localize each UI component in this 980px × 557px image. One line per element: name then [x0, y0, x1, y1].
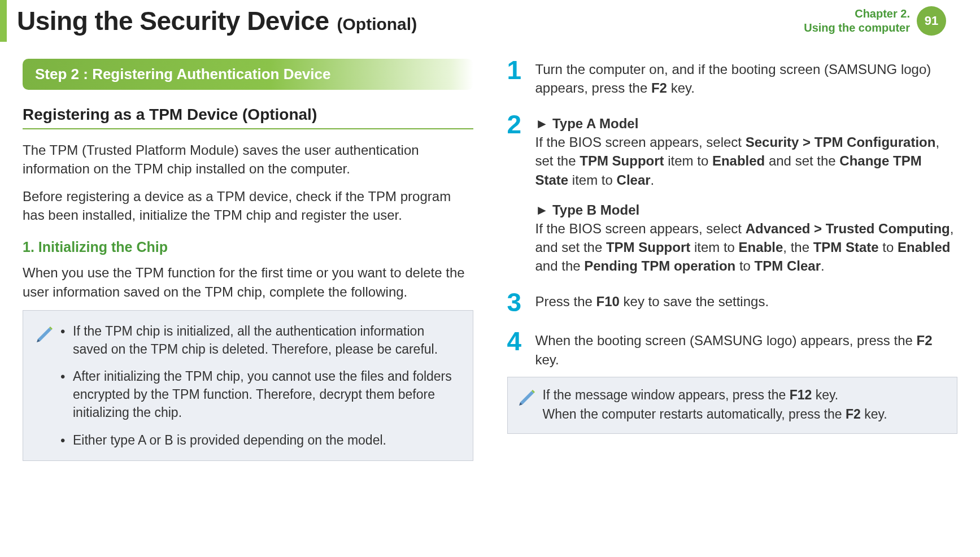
- paragraph: The TPM (Trusted Platform Module) saves …: [23, 141, 473, 178]
- step-text: .: [821, 258, 825, 273]
- bold-term: Enabled: [898, 240, 950, 255]
- key-label: F2: [651, 80, 667, 95]
- model-label: ► Type B Model: [535, 201, 958, 219]
- info-text: If the message window appears, press the: [543, 388, 790, 402]
- step-text: Turn the computer on, and if the booting…: [535, 62, 931, 95]
- step-text: and set the: [765, 153, 839, 168]
- step-text: .: [651, 172, 655, 188]
- note-item: Either type A or B is provided depending…: [60, 431, 458, 449]
- info-line: If the message window appears, press the…: [543, 385, 887, 405]
- step-text: If the BIOS screen appears, select: [535, 221, 746, 236]
- step-text: to: [735, 258, 754, 273]
- page-number: 91: [925, 14, 938, 28]
- step-1: 1 Turn the computer on, and if the booti…: [507, 59, 958, 97]
- step-text: key to save the settings.: [620, 294, 769, 309]
- step-body: When the booting screen (SAMSUNG logo) a…: [535, 330, 958, 368]
- note-icon: [36, 324, 56, 449]
- info-line: When the computer restarts automatically…: [543, 404, 887, 424]
- step-text: item to: [664, 153, 712, 168]
- step-text: key.: [535, 352, 559, 367]
- step-number: 3: [507, 291, 535, 314]
- step-text: item to: [568, 172, 616, 188]
- right-column: 1 Turn the computer on, and if the booti…: [507, 59, 958, 461]
- content-columns: Step 2 : Registering Authentication Devi…: [0, 59, 980, 461]
- step-3: 3 Press the F10 key to save the settings…: [507, 291, 958, 314]
- info-text: When the computer restarts automatically…: [543, 407, 846, 421]
- bold-term: TPM State: [813, 240, 879, 255]
- step-number: 1: [507, 59, 535, 97]
- step-4: 4 When the booting screen (SAMSUNG logo)…: [507, 330, 958, 368]
- bold-term: TPM Clear: [755, 258, 821, 273]
- info-body: If the message window appears, press the…: [543, 385, 887, 424]
- step-text: When the booting screen (SAMSUNG logo) a…: [535, 333, 917, 348]
- paragraph: Before registering a device as a TPM dev…: [23, 187, 473, 224]
- subsection-heading: 1. Initializing the Chip: [23, 239, 473, 255]
- page-header: Using the Security Device (Optional) Cha…: [0, 0, 980, 42]
- step-body: Press the F10 key to save the settings.: [535, 291, 958, 314]
- step-text: and the: [535, 258, 585, 273]
- key-label: F12: [790, 388, 812, 402]
- page-title: Using the Security Device: [17, 6, 329, 36]
- bold-term: Enabled: [712, 153, 765, 168]
- page-number-badge: 91: [917, 6, 946, 36]
- bold-term: Pending TPM operation: [584, 258, 735, 273]
- page-title-optional: (Optional): [337, 15, 417, 36]
- step-text: key.: [667, 80, 695, 95]
- left-column: Step 2 : Registering Authentication Devi…: [23, 59, 473, 461]
- step-body: ► Type A Model If the BIOS screen appear…: [535, 113, 958, 275]
- section-heading: Registering as a TPM Device (Optional): [23, 106, 473, 129]
- model-label: ► Type A Model: [535, 114, 958, 133]
- info-box: If the message window appears, press the…: [507, 377, 958, 434]
- bold-term: Enable: [739, 240, 783, 255]
- bold-term: TPM Support: [580, 153, 664, 168]
- step-number: 2: [507, 113, 535, 275]
- step-text: to: [879, 240, 898, 255]
- header-right: Chapter 2. Using the computer 91: [804, 6, 946, 36]
- type-b-block: ► Type B Model If the BIOS screen appear…: [535, 201, 958, 275]
- step-2: 2 ► Type A Model If the BIOS screen appe…: [507, 113, 958, 275]
- note-icon: [518, 388, 538, 424]
- step-text: item to: [690, 240, 738, 255]
- info-text: key.: [861, 407, 887, 421]
- step-text: , the: [783, 240, 813, 255]
- note-list: If the TPM chip is initialized, all the …: [60, 322, 458, 449]
- key-label: F10: [596, 294, 620, 309]
- bold-term: Advanced > Trusted Computing: [746, 221, 950, 236]
- chapter-line-1: Chapter 2.: [804, 7, 910, 21]
- step-text: Press the: [535, 294, 596, 309]
- step-body: Turn the computer on, and if the booting…: [535, 59, 958, 97]
- note-box: If the TPM chip is initialized, all the …: [23, 310, 473, 461]
- step-text: If the BIOS screen appears, select: [535, 134, 746, 150]
- note-item: If the TPM chip is initialized, all the …: [60, 322, 458, 358]
- info-text: key.: [812, 388, 838, 402]
- bold-term: Clear: [617, 172, 651, 188]
- step-number: 4: [507, 330, 535, 368]
- step-banner: Step 2 : Registering Authentication Devi…: [23, 59, 473, 90]
- bold-term: TPM Support: [606, 240, 690, 255]
- chapter-label: Chapter 2. Using the computer: [804, 7, 910, 35]
- key-label: F2: [917, 333, 933, 348]
- note-item: After initializing the TPM chip, you can…: [60, 367, 458, 422]
- paragraph: When you use the TPM function for the fi…: [23, 263, 473, 301]
- chapter-line-2: Using the computer: [804, 21, 910, 35]
- key-label: F2: [846, 407, 861, 421]
- bold-term: Security > TPM Configuration: [746, 134, 936, 150]
- type-a-block: ► Type A Model If the BIOS screen appear…: [535, 114, 958, 189]
